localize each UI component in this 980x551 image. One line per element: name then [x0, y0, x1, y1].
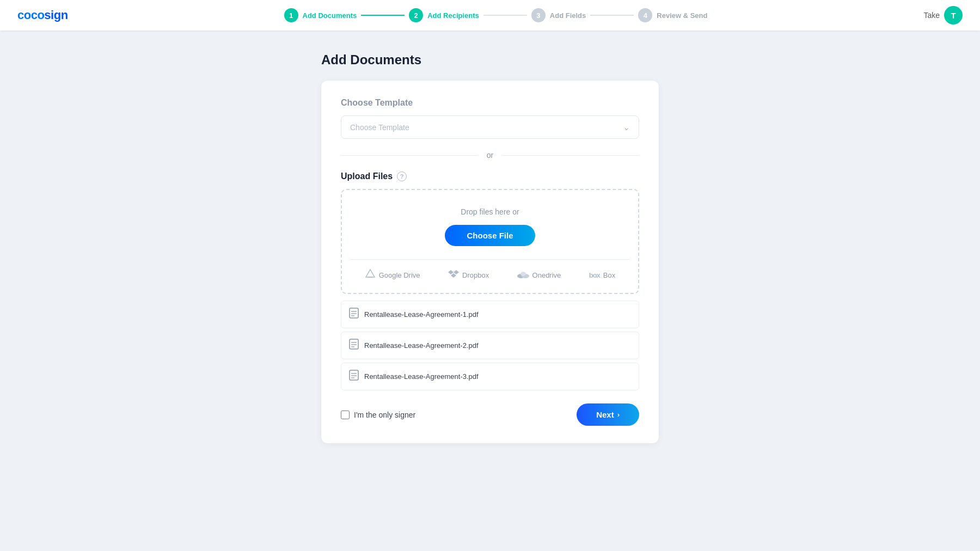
onedrive-icon — [517, 270, 529, 281]
user-area: Take T — [923, 6, 963, 25]
stepper: 1 Add Documents 2 Add Recipients 3 Add F… — [284, 8, 708, 22]
page-title: Add Documents — [321, 52, 421, 68]
svg-rect-11 — [350, 339, 358, 349]
choose-template-title: Choose Template — [341, 98, 639, 108]
dropbox-icon — [448, 268, 459, 282]
template-select-dropdown[interactable]: Choose Template ⌄ — [341, 115, 639, 139]
help-icon[interactable]: ? — [397, 172, 407, 181]
google-drive-service[interactable]: Google Drive — [365, 268, 420, 282]
upload-files-title-row: Upload Files ? — [341, 172, 639, 181]
or-line-left — [341, 155, 478, 156]
choose-file-button[interactable]: Choose File — [445, 225, 535, 246]
logo-text2: sign — [44, 8, 68, 22]
step-4: 4 Review & Send — [638, 8, 707, 22]
step-3-circle: 3 — [531, 8, 546, 22]
step-3-label: Add Fields — [550, 11, 586, 20]
google-drive-label: Google Drive — [379, 271, 420, 279]
card-footer: I'm the only signer Next › — [341, 403, 639, 426]
step-4-circle: 4 — [638, 8, 652, 22]
drop-zone[interactable]: Drop files here or Choose File Google Dr… — [341, 189, 639, 294]
step-2-label: Add Recipients — [427, 11, 479, 20]
upload-files-title: Upload Files — [341, 172, 393, 181]
step-1-label: Add Documents — [303, 11, 357, 20]
next-label: Next — [596, 410, 614, 419]
cloud-divider — [351, 259, 629, 260]
svg-point-6 — [520, 272, 526, 276]
box-service[interactable]: box Box — [589, 271, 616, 279]
file-item-3: Rentallease-Lease-Agreement-3.pdf — [341, 363, 639, 390]
file-icon-3 — [349, 370, 359, 383]
chevron-down-icon: ⌄ — [623, 122, 630, 132]
only-signer-label[interactable]: I'm the only signer — [341, 411, 415, 419]
step-line-3 — [590, 15, 634, 16]
step-2-circle: 2 — [409, 8, 423, 22]
template-select-placeholder: Choose Template — [350, 123, 409, 132]
file-icon-2 — [349, 339, 359, 352]
step-1-circle: 1 — [284, 8, 298, 22]
file-list: Rentallease-Lease-Agreement-1.pdf Rental… — [341, 301, 639, 390]
step-1: 1 Add Documents — [284, 8, 357, 22]
logo: cocosign — [17, 8, 68, 22]
logo-text1: coco — [17, 8, 44, 22]
step-line-2 — [483, 15, 527, 16]
only-signer-text: I'm the only signer — [354, 411, 415, 419]
drop-text: Drop files here or — [351, 207, 629, 216]
or-line-right — [502, 155, 639, 156]
svg-rect-7 — [350, 308, 358, 318]
file-item-1: Rentallease-Lease-Agreement-1.pdf — [341, 301, 639, 328]
add-documents-card: Choose Template Choose Template ⌄ or Upl… — [321, 81, 659, 443]
google-drive-icon — [365, 268, 376, 282]
or-text: or — [478, 151, 502, 160]
only-signer-checkbox[interactable] — [341, 411, 350, 419]
box-label: Box — [603, 271, 615, 279]
step-4-label: Review & Send — [657, 11, 707, 20]
box-icon: box — [589, 271, 600, 279]
next-chevron-icon: › — [617, 411, 620, 419]
file-name-3: Rentallease-Lease-Agreement-3.pdf — [364, 372, 479, 381]
file-icon-1 — [349, 308, 359, 321]
dropbox-label: Dropbox — [462, 271, 489, 279]
user-name: Take — [923, 11, 940, 20]
file-name-2: Rentallease-Lease-Agreement-2.pdf — [364, 341, 479, 350]
step-2: 2 Add Recipients — [409, 8, 479, 22]
svg-rect-15 — [350, 370, 358, 380]
cloud-services: Google Drive Dropbox — [351, 268, 629, 293]
next-button[interactable]: Next › — [577, 403, 639, 426]
dropbox-service[interactable]: Dropbox — [448, 268, 489, 282]
svg-marker-3 — [451, 273, 456, 278]
user-avatar: T — [944, 6, 963, 25]
step-3: 3 Add Fields — [531, 8, 586, 22]
file-item-2: Rentallease-Lease-Agreement-2.pdf — [341, 332, 639, 359]
header: cocosign 1 Add Documents 2 Add Recipient… — [0, 0, 980, 30]
svg-marker-0 — [366, 270, 375, 277]
onedrive-label: Onedrive — [532, 271, 561, 279]
onedrive-service[interactable]: Onedrive — [517, 270, 561, 281]
or-divider: or — [341, 151, 639, 160]
file-name-1: Rentallease-Lease-Agreement-1.pdf — [364, 310, 479, 319]
main-content: Add Documents Choose Template Choose Tem… — [0, 30, 980, 465]
step-line-1 — [361, 15, 405, 16]
